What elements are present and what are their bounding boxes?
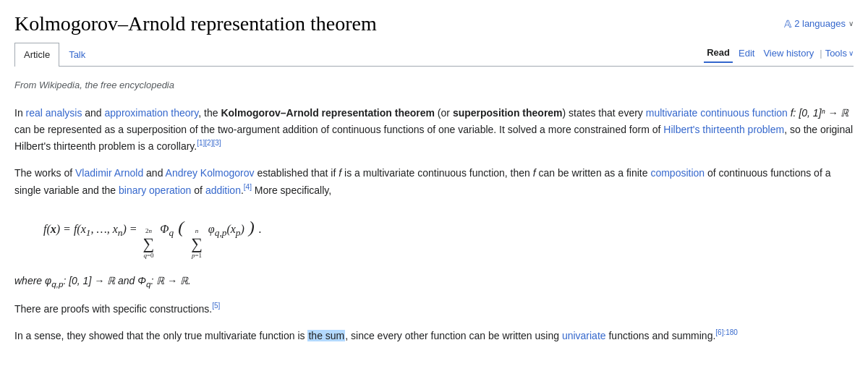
para2-rest6: More specifically, bbox=[252, 184, 331, 196]
link-univariate[interactable]: univariate bbox=[562, 330, 606, 341]
link-multivariate-continuous[interactable]: multivariate continuous function bbox=[646, 107, 788, 119]
math-formula-block: f(x) = f(x1, …, xn) = 2n ∑ q=0 Φq ( n ∑ … bbox=[43, 213, 854, 261]
para2-ref: [4] bbox=[244, 183, 252, 191]
action-edit[interactable]: Edit bbox=[736, 45, 757, 63]
para3-text: There are proofs with specific construct… bbox=[14, 303, 212, 315]
para2-rest2: is a multivariate continuous function, t… bbox=[341, 167, 533, 179]
link-composition[interactable]: composition bbox=[650, 167, 705, 179]
link-hilbert-thirteenth[interactable]: Hilbert's thirteenth problem bbox=[663, 124, 784, 135]
para1-or: (or bbox=[435, 107, 453, 119]
theorem-name-bold: Kolmogorov–Arnold representation theorem bbox=[221, 107, 435, 119]
link-vladimir-arnold[interactable]: Vladimir Arnold bbox=[75, 167, 143, 179]
header-area: Kolmogorov–Arnold representation theorem… bbox=[14, 0, 854, 42]
ref-4[interactable]: [4] bbox=[244, 183, 252, 191]
nav-left-tabs: Article Talk bbox=[14, 42, 95, 67]
tools-chevron-icon: ∨ bbox=[848, 48, 854, 59]
superposition-theorem-bold: superposition theorem bbox=[453, 107, 563, 119]
ref-6[interactable]: [6]:180 bbox=[715, 329, 738, 337]
para4-start: In a sense, they showed that the only tr… bbox=[14, 330, 307, 341]
link-approximation-theory[interactable]: approximation theory bbox=[105, 107, 199, 119]
para2-rest5: of bbox=[191, 184, 205, 196]
ref-5[interactable]: [5] bbox=[212, 302, 220, 310]
para1-middle: , the bbox=[198, 107, 221, 119]
paragraph-4: In a sense, they showed that the only tr… bbox=[14, 328, 854, 344]
ref-1[interactable]: [1] bbox=[197, 140, 205, 148]
where-line: where φq,p: [0, 1] → ℝ and Φq: ℝ → ℝ. bbox=[14, 273, 854, 291]
ref-2[interactable]: [2] bbox=[205, 140, 213, 148]
ref-3[interactable]: [3] bbox=[213, 140, 221, 148]
para3-ref: [5] bbox=[212, 302, 220, 310]
highlighted-the-sum: the sum bbox=[307, 330, 345, 341]
para4-ref: [6]:180 bbox=[715, 329, 738, 337]
page-title: Kolmogorov–Arnold representation theorem bbox=[14, 12, 377, 36]
para2-rest1: established that if bbox=[255, 167, 339, 179]
para2-start: The works of bbox=[14, 167, 75, 179]
paragraph-1: In real analysis and approximation theor… bbox=[14, 105, 854, 155]
tools-label: Tools bbox=[825, 46, 847, 61]
link-addition[interactable]: addition bbox=[205, 184, 241, 196]
para1-math-formula: f: [0, 1]ⁿ → ℝ bbox=[791, 107, 849, 119]
paragraph-2: The works of Vladimir Arnold and Andrey … bbox=[14, 165, 854, 198]
para2-and: and bbox=[143, 167, 165, 179]
translate-icon: 𝔸 bbox=[784, 16, 791, 32]
para1-refs: [1][2][3] bbox=[197, 140, 221, 148]
para1-text-start: In bbox=[14, 107, 26, 119]
from-wikipedia-label: From Wikipedia, the free encyclopedia bbox=[14, 78, 854, 93]
para1-rest1: ) states that every bbox=[563, 107, 646, 119]
tab-talk[interactable]: Talk bbox=[59, 43, 95, 67]
para1-rest2: can be represented as a superposition of… bbox=[14, 124, 663, 135]
article-content: In real analysis and approximation theor… bbox=[14, 105, 854, 344]
link-real-analysis[interactable]: real analysis bbox=[26, 107, 82, 119]
para1-and: and bbox=[82, 107, 104, 119]
lang-label: 2 languages bbox=[794, 17, 846, 32]
math-display: f(x) = f(x1, …, xn) = 2n ∑ q=0 Φq ( n ∑ … bbox=[43, 213, 262, 261]
action-read[interactable]: Read bbox=[704, 44, 733, 64]
nav-tabs: Article Talk Read Edit View history | To… bbox=[14, 42, 854, 67]
link-binary-operation[interactable]: binary operation bbox=[119, 184, 191, 196]
chevron-down-icon: ∨ bbox=[848, 18, 854, 30]
nav-right-actions: Read Edit View history | Tools ∨ bbox=[704, 44, 854, 67]
para2-rest3: can be written as a finite bbox=[536, 167, 651, 179]
link-andrey-kolmogorov[interactable]: Andrey Kolmogorov bbox=[166, 167, 255, 179]
action-view-history[interactable]: View history bbox=[760, 45, 817, 63]
tab-article[interactable]: Article bbox=[14, 43, 59, 67]
para4-rest: , since every other function can be writ… bbox=[345, 330, 562, 341]
tools-dropdown[interactable]: Tools ∨ bbox=[825, 46, 854, 61]
para4-rest2: functions and summing. bbox=[606, 330, 716, 341]
language-selector[interactable]: 𝔸 2 languages ∨ bbox=[784, 16, 854, 32]
nav-separator: | bbox=[820, 46, 822, 61]
paragraph-3: There are proofs with specific construct… bbox=[14, 301, 854, 318]
